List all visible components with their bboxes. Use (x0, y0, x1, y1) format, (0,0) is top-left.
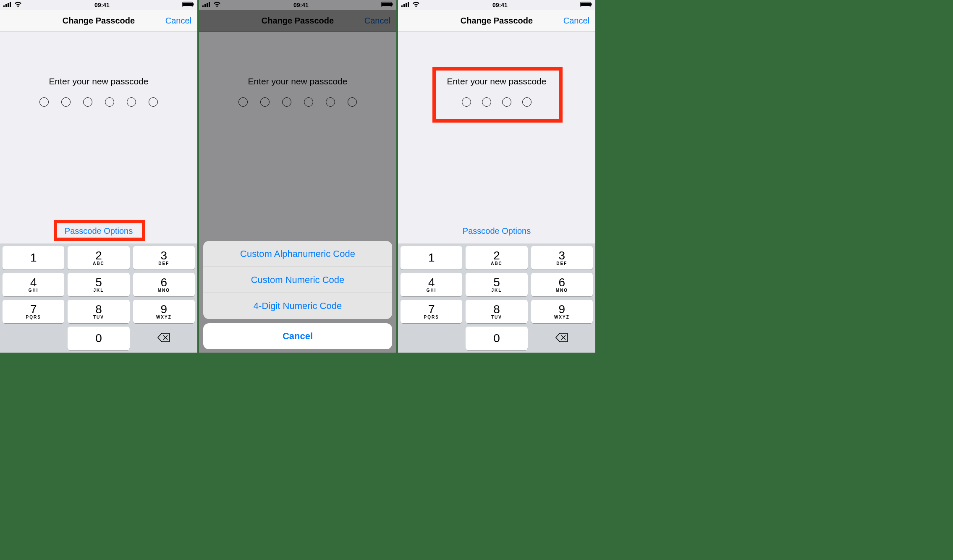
keypad-spacer (3, 327, 64, 350)
svg-rect-2 (8, 3, 9, 7)
option-4-digit-numeric[interactable]: 4-Digit Numeric Code (203, 293, 392, 319)
key-number: 0 (493, 332, 500, 344)
keypad-key-4[interactable]: 4GHI (3, 273, 64, 296)
keypad-key-2[interactable]: 2ABC (466, 246, 527, 270)
key-letters: JKL (492, 288, 502, 293)
keypad-key-4[interactable]: 4GHI (401, 273, 462, 296)
keypad-key-6[interactable]: 6MNO (531, 273, 593, 296)
passcode-options-link[interactable]: Passcode Options (463, 226, 531, 236)
key-letters: PQRS (26, 315, 41, 319)
key-number: 0 (95, 332, 102, 344)
key-number: 7 (30, 304, 37, 315)
key-letters: MNO (556, 288, 568, 293)
content-area: Enter your new passcode Passcode Options (398, 32, 595, 243)
keypad-key-7[interactable]: 7PQRS (401, 300, 462, 323)
signal-icon (401, 2, 410, 8)
numeric-keypad: 12ABC3DEF4GHI5JKL6MNO7PQRS8TUV9WXYZ0 (0, 243, 197, 353)
key-number: 6 (559, 277, 566, 288)
option-custom-numeric[interactable]: Custom Numeric Code (203, 267, 392, 293)
key-letters: GHI (29, 288, 39, 293)
passcode-dot (522, 97, 531, 107)
key-number: 8 (493, 304, 500, 315)
svg-rect-14 (401, 5, 403, 7)
key-number: 1 (30, 252, 37, 264)
key-letters: TUV (491, 315, 502, 319)
keypad-key-9[interactable]: 9WXYZ (531, 300, 593, 323)
keypad-key-3[interactable]: 3DEF (133, 246, 195, 270)
cancel-button[interactable]: Cancel (563, 16, 589, 26)
cancel-button[interactable]: Cancel (165, 16, 191, 26)
keypad-backspace[interactable] (133, 327, 195, 350)
content-area: Enter your new passcode Passcode Options (0, 32, 197, 243)
wifi-icon (14, 2, 22, 8)
key-letters: MNO (158, 288, 170, 293)
status-bar: 09:41 (398, 0, 595, 10)
keypad-spacer (401, 327, 462, 350)
keypad-backspace[interactable] (531, 327, 593, 350)
key-number: 2 (95, 250, 102, 262)
key-number: 9 (161, 304, 168, 315)
key-letters: JKL (94, 288, 104, 293)
key-number: 3 (559, 250, 566, 262)
passcode-dot (502, 97, 511, 107)
passcode-dot (105, 97, 114, 107)
keypad-key-8[interactable]: 8TUV (466, 300, 527, 323)
sheet-cancel-button[interactable]: Cancel (203, 323, 392, 349)
svg-rect-3 (10, 2, 11, 7)
keypad-key-7[interactable]: 7PQRS (3, 300, 64, 323)
key-number: 3 (161, 250, 168, 262)
keypad-key-8[interactable]: 8TUV (68, 300, 129, 323)
svg-rect-17 (408, 2, 409, 7)
key-letters: ABC (491, 261, 503, 266)
highlight-box (432, 67, 563, 123)
action-sheet: Custom Alphanumeric Code Custom Numeric … (203, 241, 392, 349)
keypad-key-1[interactable]: 1 (3, 246, 64, 270)
svg-rect-0 (3, 5, 5, 7)
battery-icon (580, 2, 592, 8)
svg-rect-15 (403, 4, 405, 7)
passcode-prompt: Enter your new passcode (49, 76, 149, 86)
status-bar: 09:41 (0, 0, 197, 10)
status-time: 09:41 (94, 2, 110, 8)
keypad-key-1[interactable]: 1 (401, 246, 462, 270)
svg-rect-1 (5, 4, 7, 7)
nav-bar: Change Passcode Cancel (398, 10, 595, 32)
keypad-key-5[interactable]: 5JKL (68, 273, 129, 296)
keypad-key-6[interactable]: 6MNO (133, 273, 195, 296)
key-letters: ABC (93, 261, 105, 266)
svg-rect-19 (581, 3, 590, 6)
nav-title: Change Passcode (63, 16, 135, 26)
key-number: 5 (493, 277, 500, 288)
keypad-key-5[interactable]: 5JKL (466, 273, 527, 296)
key-number: 2 (493, 250, 500, 262)
key-number: 1 (428, 252, 435, 264)
key-number: 6 (161, 277, 168, 288)
passcode-dot (39, 97, 49, 107)
nav-title: Change Passcode (461, 16, 533, 26)
keypad-key-0[interactable]: 0 (68, 327, 129, 350)
key-number: 7 (428, 304, 435, 315)
passcode-dots (462, 97, 531, 107)
svg-rect-20 (591, 3, 592, 5)
key-letters: DEF (556, 261, 567, 266)
screen-1: 09:41 Change Passcode Cancel Enter your … (0, 0, 199, 353)
passcode-dot (462, 97, 471, 107)
keypad-key-9[interactable]: 9WXYZ (133, 300, 195, 323)
status-time: 09:41 (492, 2, 508, 8)
option-custom-alphanumeric[interactable]: Custom Alphanumeric Code (203, 241, 392, 267)
passcode-dot (127, 97, 136, 107)
key-letters: DEF (158, 261, 169, 266)
key-number: 8 (95, 304, 102, 315)
passcode-options-link[interactable]: Passcode Options (65, 226, 133, 236)
keypad-key-0[interactable]: 0 (466, 327, 527, 350)
svg-rect-5 (183, 3, 192, 6)
action-sheet-group: Custom Alphanumeric Code Custom Numeric … (203, 241, 392, 319)
passcode-dot (61, 97, 71, 107)
svg-rect-16 (406, 3, 407, 7)
keypad-key-2[interactable]: 2ABC (68, 246, 129, 270)
passcode-dot (149, 97, 158, 107)
passcode-prompt: Enter your new passcode (447, 76, 547, 86)
passcode-dots (39, 97, 158, 107)
keypad-key-3[interactable]: 3DEF (531, 246, 593, 270)
passcode-dot (482, 97, 491, 107)
